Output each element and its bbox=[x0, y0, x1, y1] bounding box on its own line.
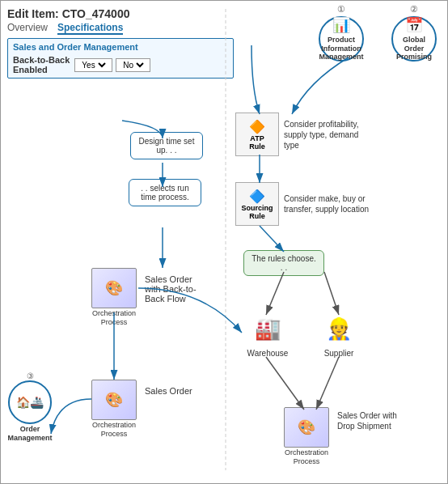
circle-2-icon: 📅 Global Order Promising bbox=[391, 16, 437, 62]
btb-no-select[interactable]: No bbox=[116, 58, 150, 72]
orch-label-1: OrchestrationProcess bbox=[92, 309, 136, 327]
circle-1-label: Product Information Management bbox=[319, 36, 364, 62]
selects-run-text: . . selects run time process. bbox=[141, 184, 188, 202]
btb-label: Back-to-BackEnabled bbox=[13, 55, 70, 74]
top-circles: ① 📊 Product Information Management ② 📅 G… bbox=[313, 4, 442, 62]
selects-run-bubble: . . selects run time process. bbox=[129, 179, 201, 206]
som-section: Sales and Order Management Back-to-BackE… bbox=[7, 38, 234, 79]
so-btb-label: Sales Orderwith Back-to-Back Flow bbox=[145, 274, 197, 304]
circle-3-icon: 🏠🚢 bbox=[8, 380, 52, 424]
btb-controls: Yes No bbox=[74, 58, 150, 72]
circle-1-icon: 📊 Product Information Management bbox=[319, 16, 364, 62]
product-info-icon: 📊 bbox=[332, 16, 350, 34]
orch-box-2: 🎨 OrchestrationProcess bbox=[91, 380, 137, 439]
rules-choose-text: The rules choose. . . bbox=[251, 254, 316, 272]
sourcing-rule-label: SourcingRule bbox=[241, 204, 273, 220]
orch-icon-1: 🎨 bbox=[91, 268, 137, 308]
tab-overview[interactable]: Overview bbox=[7, 22, 48, 35]
circle-3-label: Order Management bbox=[6, 425, 54, 443]
orch-box-1: 🎨 OrchestrationProcess bbox=[91, 268, 137, 327]
circle-2-number: ② bbox=[410, 4, 418, 15]
warehouse-label: Warehouse bbox=[247, 349, 289, 358]
sourcing-rule-box: 🔷 SourcingRule Consider make, buy or tra… bbox=[235, 182, 373, 226]
atp-rule-label: ATPRule bbox=[249, 134, 265, 151]
tab-specifications[interactable]: Specifications bbox=[57, 22, 123, 35]
btb-row: Back-to-BackEnabled Yes No bbox=[13, 55, 228, 74]
ds-label: Sales Order withDrop Shipment bbox=[337, 410, 397, 431]
atp-rule-box: 🔶 ATPRule Consider profitability, supply… bbox=[235, 113, 373, 156]
design-time-bubble: Design time set up. . . bbox=[130, 132, 203, 159]
orch-icon-3: 🎨 bbox=[284, 407, 329, 448]
global-order-icon: 📅 bbox=[405, 16, 423, 34]
atp-rule-desc: Consider profitability, supply type, dem… bbox=[284, 119, 373, 151]
circle-3: ③ 🏠🚢 Order Management bbox=[6, 371, 54, 443]
warehouse-icon: 🏭 bbox=[243, 308, 292, 349]
circle-1-item: ① 📊 Product Information Management bbox=[313, 4, 370, 62]
order-mgmt-icon: 🏠🚢 bbox=[16, 396, 44, 409]
design-time-text: Design time set up. . . bbox=[139, 137, 195, 155]
circle-2-item: ② 📅 Global Order Promising bbox=[386, 4, 442, 62]
so-label: Sales Order bbox=[145, 386, 192, 396]
rules-choose-bubble: The rules choose. . . bbox=[243, 250, 324, 276]
warehouse-box: 🏭 Warehouse bbox=[243, 308, 292, 358]
atp-rule-icon-box: 🔶 ATPRule bbox=[235, 113, 279, 156]
item-code: CTO_474000 bbox=[62, 7, 130, 20]
main-container: Edit Item: CTO_474000 Overview Specifica… bbox=[1, 1, 448, 484]
supplier-label: Supplier bbox=[324, 349, 354, 358]
orch-box-3: 🎨 OrchestrationProcess bbox=[284, 407, 329, 466]
sourcing-icon: 🔷 bbox=[249, 189, 265, 204]
supplier-box: 👷 Supplier bbox=[315, 308, 363, 358]
orch-label-3: OrchestrationProcess bbox=[285, 448, 328, 466]
supplier-icon: 👷 bbox=[315, 308, 363, 349]
sourcing-rule-icon-box: 🔷 SourcingRule bbox=[235, 182, 279, 226]
som-title: Sales and Order Management bbox=[13, 42, 228, 52]
edit-item-label: Edit Item: bbox=[7, 7, 59, 20]
btb-yes-select[interactable]: Yes bbox=[74, 58, 112, 72]
btb-yes-dropdown[interactable]: Yes bbox=[78, 60, 108, 70]
circle-3-number: ③ bbox=[27, 371, 34, 380]
atp-icon: 🔶 bbox=[249, 119, 265, 134]
circle-2-label: Global Order Promising bbox=[393, 36, 435, 62]
sourcing-rule-desc: Consider make, buy or transfer, supply l… bbox=[284, 193, 373, 214]
btb-no-dropdown[interactable]: No bbox=[120, 60, 146, 70]
orch-label-2: OrchestrationProcess bbox=[92, 421, 136, 439]
circle-1-number: ① bbox=[337, 4, 345, 15]
orch-icon-2: 🎨 bbox=[91, 380, 137, 420]
